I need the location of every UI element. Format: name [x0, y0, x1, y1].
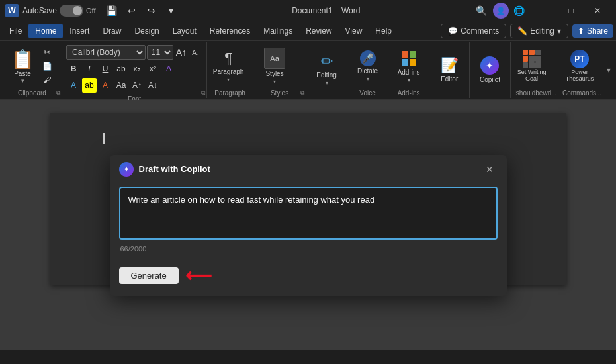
editing-ribbon-button[interactable]: ✏ Editing ▾	[310, 48, 343, 91]
addins-button[interactable]: Add-ins ▾	[392, 45, 425, 87]
ribbon-group-editing: ✏ Editing ▾	[306, 42, 347, 98]
generate-button[interactable]: Generate	[119, 267, 179, 284]
styles-dropdown: ▾	[273, 79, 276, 85]
dictate-button[interactable]: 🎤 Dictate ▾	[351, 45, 384, 87]
customize-icon[interactable]: ▾	[162, 3, 181, 18]
prompt-input[interactable]: Write an article on how to read fast whi…	[119, 187, 498, 240]
addins-group-label: Add-ins	[392, 89, 425, 97]
avatar[interactable]: 👤	[493, 3, 509, 19]
paragraph-content: ¶ Paragraph ▾	[211, 44, 249, 88]
document-area: ✦ Draft with Copilot ✕ Write an article …	[0, 100, 616, 350]
arrow-indicator: ⟵	[185, 265, 212, 287]
copilot-button[interactable]: ✦ Copilot	[474, 48, 506, 91]
editing-label: Editing	[530, 26, 554, 36]
ribbon-group-addins: Add-ins ▾ Add-ins	[388, 42, 429, 98]
shrink-2-button[interactable]: A↓	[146, 78, 160, 93]
paragraph-dropdown: ▾	[227, 77, 230, 83]
addins-dropdown: ▾	[408, 77, 410, 83]
writing-goal-group-label: ishouldbewri...	[515, 89, 554, 97]
dictate-dropdown: ▾	[367, 76, 369, 82]
undo-icon[interactable]: ↩	[122, 3, 141, 18]
font-expand-icon[interactable]: ⧉	[201, 89, 205, 97]
menu-right-controls: 💬 Comments ✏️ Editing ▾ ⬆ Share	[441, 24, 613, 38]
paste-label: Paste	[14, 70, 31, 77]
thesaurus-content: PT PowerThesaurus	[562, 44, 599, 88]
menu-insert[interactable]: Insert	[63, 24, 96, 38]
save-icon[interactable]: 💾	[103, 3, 121, 18]
window-controls: ─ □ ✕	[531, 0, 611, 21]
menu-references[interactable]: References	[203, 24, 257, 38]
font-color-2-button[interactable]: A	[98, 78, 112, 93]
menu-draw[interactable]: Draw	[96, 24, 128, 38]
globe-icon[interactable]: 🌐	[511, 3, 526, 18]
grow-2-button[interactable]: A↑	[130, 78, 144, 93]
shrink-font-button[interactable]: A↓	[189, 45, 202, 60]
text-highlight-button[interactable]: ab	[82, 78, 97, 93]
copilot-icon: ✦	[480, 56, 499, 75]
font-size-select[interactable]: 11	[147, 45, 173, 60]
character-counter: 66/2000	[119, 245, 498, 253]
format-painter-button[interactable]: 🖌	[40, 73, 54, 87]
editor-button[interactable]: 📝 Editor	[433, 48, 465, 91]
comments-button[interactable]: 💬 Comments	[441, 24, 506, 38]
subscript-button[interactable]: x₂	[130, 62, 144, 76]
minimize-button[interactable]: ─	[531, 0, 558, 21]
styles-expand-icon[interactable]: ⧉	[300, 89, 304, 97]
close-button[interactable]: ✕	[584, 0, 611, 21]
menu-help[interactable]: Help	[369, 24, 398, 38]
menu-file[interactable]: File	[3, 24, 28, 38]
font-color-button[interactable]: A	[66, 78, 81, 93]
change-case-button[interactable]: Aa	[114, 78, 128, 93]
paragraph-icon: ¶	[224, 50, 232, 67]
autosave-toggle[interactable]	[60, 5, 83, 17]
redo-icon[interactable]: ↪	[142, 3, 161, 18]
clipboard-content: 📋 Paste ▾ ✂ 📄 🖌	[7, 44, 58, 88]
styles-button[interactable]: Aa Styles ▾	[257, 45, 292, 87]
ribbon-group-styles: Aa Styles ▾ Styles ⧉	[253, 42, 306, 98]
writing-goal-icon	[523, 50, 541, 68]
text-effects-button[interactable]: A	[161, 62, 176, 76]
menu-mailings[interactable]: Mailings	[257, 24, 299, 38]
menu-design[interactable]: Design	[128, 24, 165, 38]
comments-icon: 💬	[448, 26, 458, 36]
cut-button[interactable]: ✂	[40, 46, 54, 59]
menu-layout[interactable]: Layout	[166, 24, 203, 38]
paragraph-button[interactable]: ¶ Paragraph ▾	[211, 45, 245, 87]
share-label: Share	[587, 26, 608, 36]
menu-home[interactable]: Home	[28, 24, 63, 38]
editor-icon: 📝	[441, 57, 459, 74]
search-icon[interactable]: 🔍	[472, 3, 490, 18]
autosave-area: AutoSave Off	[22, 5, 96, 17]
dialog-title: Draft with Copilot	[139, 164, 476, 174]
dialog-close-button[interactable]: ✕	[482, 161, 498, 177]
power-thesaurus-button[interactable]: PT PowerThesaurus	[562, 45, 597, 87]
editing-button[interactable]: ✏️ Editing ▾	[510, 24, 568, 38]
grow-font-button[interactable]: A↑	[175, 45, 188, 60]
menu-review[interactable]: Review	[299, 24, 338, 38]
font-name-select[interactable]: Calibri (Body)	[66, 45, 146, 60]
italic-button[interactable]: I	[82, 62, 97, 76]
paste-button[interactable]: 📋 Paste ▾	[7, 45, 38, 87]
menu-view[interactable]: View	[339, 24, 369, 38]
maximize-button[interactable]: □	[558, 0, 584, 21]
addins-icon	[400, 49, 418, 68]
underline-button[interactable]: U	[98, 62, 112, 76]
ribbon-group-voice: 🎤 Dictate ▾ Voice	[347, 42, 388, 98]
editor-content: 📝 Editor	[433, 44, 465, 95]
ribbon-overflow-button[interactable]: ▾	[603, 42, 613, 98]
ribbon-group-paragraph: ¶ Paragraph ▾ Paragraph	[207, 42, 253, 98]
set-writing-goal-button[interactable]: Set WritingGoal	[515, 45, 549, 87]
styles-icon: Aa	[264, 48, 285, 69]
share-button[interactable]: ⬆ Share	[572, 24, 613, 38]
strikethrough-button[interactable]: ab	[114, 62, 128, 76]
copy-button[interactable]: 📄	[40, 60, 54, 73]
title-bar-right: 🔍 👤 🌐 ─ □ ✕	[472, 0, 611, 21]
superscript-button[interactable]: x²	[146, 62, 160, 76]
dialog-footer: Generate ⟵	[110, 259, 507, 296]
bold-button[interactable]: B	[66, 62, 81, 76]
ribbon-row: 📋 Paste ▾ ✂ 📄 🖌 Clipboard ⧉ Calibri (Bod…	[0, 41, 616, 99]
clipboard-expand-icon[interactable]: ⧉	[56, 89, 60, 97]
power-thesaurus-label: PowerThesaurus	[566, 69, 594, 83]
editing-ribbon-dropdown: ▾	[326, 80, 328, 86]
dialog-body: Write an article on how to read fast whi…	[110, 184, 507, 259]
